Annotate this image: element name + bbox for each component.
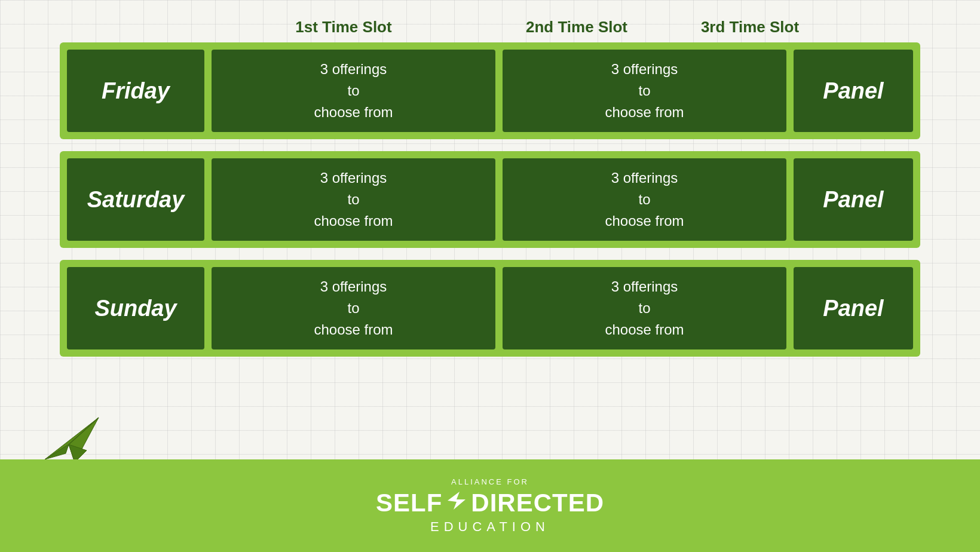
alliance-for-text: ALLIANCE FOR [376, 477, 604, 486]
friday-slot2: 3 offeringstochoose from [503, 50, 786, 132]
sunday-row: Sunday 3 offeringstochoose from 3 offeri… [60, 260, 920, 357]
friday-slot1: 3 offeringstochoose from [212, 50, 495, 132]
header-slot2: 2nd Time Slot [454, 18, 687, 36]
education-text: EDUCATION [376, 519, 604, 535]
friday-row: Friday 3 offeringstochoose from 3 offeri… [60, 42, 920, 139]
footer-logo: ALLIANCE FOR SELF DIRECTED EDUCATION [376, 477, 604, 535]
sunday-label: Sunday [67, 267, 204, 349]
header-slot1: 1st Time Slot [221, 18, 454, 36]
header-row: 1st Time Slot 2nd Time Slot 3rd Time Slo… [60, 18, 920, 36]
sunday-slot1: 3 offeringstochoose from [212, 267, 495, 349]
svg-marker-4 [448, 492, 466, 510]
saturday-label: Saturday [67, 158, 204, 241]
sunday-slot2: 3 offeringstochoose from [503, 267, 786, 349]
footer: ALLIANCE FOR SELF DIRECTED EDUCATION [0, 459, 980, 552]
directed-text: DIRECTED [471, 489, 604, 517]
friday-label: Friday [67, 50, 204, 132]
self-text: SELF [376, 489, 442, 517]
svg-marker-1 [45, 444, 69, 459]
header-slot3: 3rd Time Slot [687, 18, 807, 36]
friday-panel: Panel [794, 50, 913, 132]
sunday-panel: Panel [794, 267, 913, 349]
saturday-row: Saturday 3 offeringstochoose from 3 offe… [60, 151, 920, 248]
paper-airplane-icon [39, 412, 105, 465]
saturday-slot1: 3 offeringstochoose from [212, 158, 495, 241]
brand-arrow-icon [445, 489, 468, 518]
saturday-panel: Panel [794, 158, 913, 241]
brand-name: SELF DIRECTED [376, 489, 604, 518]
saturday-slot2: 3 offeringstochoose from [503, 158, 786, 241]
main-content: 1st Time Slot 2nd Time Slot 3rd Time Slo… [0, 0, 980, 357]
